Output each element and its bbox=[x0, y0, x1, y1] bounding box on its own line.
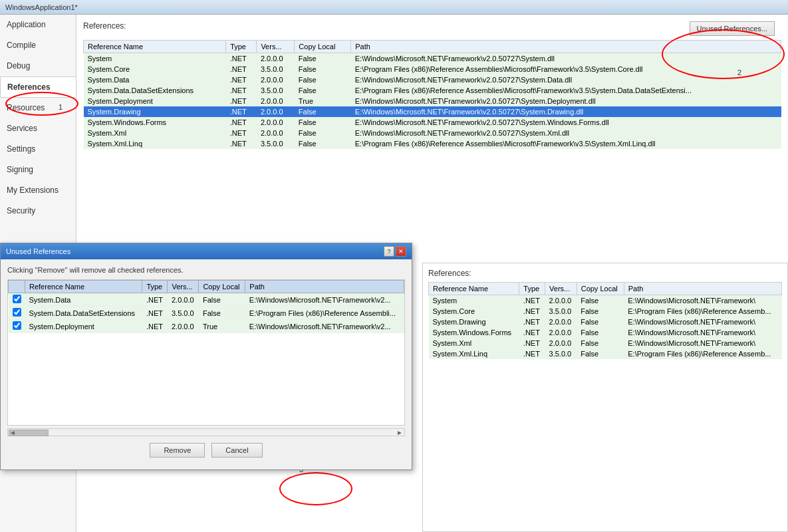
sidebar-item-compile[interactable]: Compile bbox=[0, 35, 76, 56]
table-row[interactable]: System.Windows.Forms .NET 2.0.0.0 False … bbox=[84, 117, 781, 128]
cell-copylocal: False bbox=[295, 128, 351, 138]
cell-type: .NET bbox=[519, 295, 545, 307]
cancel-button[interactable]: Cancel bbox=[211, 443, 262, 458]
cell-checkbox[interactable] bbox=[9, 307, 25, 320]
right-references-panel: References: Reference Name Type Vers... … bbox=[422, 263, 788, 532]
sidebar-item-debug[interactable]: Debug bbox=[0, 56, 76, 76]
cell-copylocal: True bbox=[295, 96, 351, 106]
cell-name: System.Drawing bbox=[429, 317, 519, 327]
dialog-scrollbar-h[interactable]: ◄ ► bbox=[7, 428, 405, 436]
unused-references-dialog: Unused References ? ✕ Clicking "Remove" … bbox=[0, 243, 412, 470]
table-row[interactable]: System.Deployment .NET 2.0.0.0 True E:\W… bbox=[84, 96, 781, 106]
cell-type: .NET bbox=[142, 293, 168, 307]
cell-path: E:\Program Files (x86)\Reference Assemb.… bbox=[624, 306, 781, 317]
table-row[interactable]: System.Data.DataSetExtensions .NET 3.5.0… bbox=[84, 85, 781, 96]
cell-name: System.Drawing bbox=[84, 106, 226, 117]
cell-version: 3.5.0.0 bbox=[257, 64, 295, 74]
table-row[interactable]: System.Xml.Linq .NET 3.5.0.0 False E:\Pr… bbox=[84, 138, 781, 149]
sidebar-item-application[interactable]: Application bbox=[0, 15, 76, 35]
right-table-header: Reference Name Type Vers... Copy Local P… bbox=[429, 283, 782, 295]
cell-version: 3.5.0.0 bbox=[257, 85, 295, 96]
table-row[interactable]: System.Drawing .NET 2.0.0.0 False E:\Win… bbox=[84, 106, 781, 117]
cell-copylocal: True bbox=[199, 320, 245, 333]
dialog-table-row[interactable]: System.Data .NET 2.0.0.0 False E:\Window… bbox=[9, 293, 404, 307]
cell-type: .NET bbox=[226, 53, 257, 65]
sidebar-item-services[interactable]: Services bbox=[0, 118, 76, 139]
cell-path: E:\Windows\Microsoft.NET\Framework\v2... bbox=[245, 320, 404, 333]
unused-references-button[interactable]: Unused References... bbox=[690, 21, 775, 36]
cell-path: E:\Windows\Microsoft.NET\Framework\ bbox=[624, 317, 781, 327]
sidebar-item-references[interactable]: References bbox=[0, 76, 76, 98]
right-table-row[interactable]: System.Core .NET 3.5.0.0 False E:\Progra… bbox=[429, 306, 782, 317]
cell-name: System.Data bbox=[84, 74, 226, 85]
right-references-label: References: bbox=[428, 269, 782, 278]
dialog-help-button[interactable]: ? bbox=[384, 246, 394, 257]
dialog-title: Unused References bbox=[6, 247, 70, 255]
sidebar-item-my-extensions[interactable]: My Extensions bbox=[0, 180, 76, 201]
cell-type: .NET bbox=[519, 348, 545, 359]
dialog-col-check bbox=[9, 281, 25, 293]
cell-version: 2.0.0.0 bbox=[257, 117, 295, 128]
dialog-col-copylocal: Copy Local bbox=[199, 281, 245, 293]
dialog-table: Reference Name Type Vers... Copy Local P… bbox=[8, 280, 404, 333]
sidebar-item-signing[interactable]: Signing bbox=[0, 160, 76, 180]
cell-path: E:\Program Files (x86)\Reference Assemb.… bbox=[624, 348, 781, 359]
right-table-row[interactable]: System.Xml .NET 2.0.0.0 False E:\Windows… bbox=[429, 338, 782, 348]
cell-type: .NET bbox=[226, 128, 257, 138]
right-table-row[interactable]: System.Xml.Linq .NET 3.5.0.0 False E:\Pr… bbox=[429, 348, 782, 359]
cell-type: .NET bbox=[519, 306, 545, 317]
cell-type: .NET bbox=[226, 117, 257, 128]
dialog-titlebar-buttons: ? ✕ bbox=[384, 246, 406, 257]
col-header-path: Path bbox=[351, 41, 781, 53]
title-bar: WindowsApplication1* bbox=[0, 0, 788, 15]
cell-path: E:\Windows\Microsoft.NET\Framework\v2.0.… bbox=[351, 117, 781, 128]
cell-copylocal: False bbox=[577, 295, 624, 307]
cell-name: System bbox=[84, 53, 226, 65]
cell-path: E:\Windows\Microsoft.NET\Framework\v2.0.… bbox=[351, 128, 781, 138]
col-header-version: Vers... bbox=[257, 41, 295, 53]
table-row[interactable]: System.Xml .NET 2.0.0.0 False E:\Windows… bbox=[84, 128, 781, 138]
cell-type: .NET bbox=[226, 85, 257, 96]
dialog-content: Clicking "Remove" will remove all checke… bbox=[1, 259, 412, 469]
title-text: WindowsApplication1* bbox=[5, 3, 78, 11]
cell-version: 2.0.0.0 bbox=[257, 74, 295, 85]
cell-path: E:\Windows\Microsoft.NET\Framework\ bbox=[624, 327, 781, 338]
cell-checkbox[interactable] bbox=[9, 293, 25, 307]
right-table-row[interactable]: System .NET 2.0.0.0 False E:\Windows\Mic… bbox=[429, 295, 782, 307]
dialog-info-text: Clicking "Remove" will remove all checke… bbox=[7, 266, 405, 274]
cell-name: System.Windows.Forms bbox=[429, 327, 519, 338]
cell-version: 2.0.0.0 bbox=[257, 96, 295, 106]
cell-checkbox[interactable] bbox=[9, 320, 25, 333]
sidebar-item-security[interactable]: Security bbox=[0, 201, 76, 221]
dialog-table-row[interactable]: System.Data.DataSetExtensions .NET 3.5.0… bbox=[9, 307, 404, 320]
right-col-version: Vers... bbox=[545, 283, 577, 295]
table-row[interactable]: System.Data .NET 2.0.0.0 False E:\Window… bbox=[84, 74, 781, 85]
table-header-row: Reference Name Type Vers... Copy Local P… bbox=[84, 41, 781, 53]
cell-copylocal: False bbox=[295, 117, 351, 128]
sidebar-item-resources[interactable]: Resources bbox=[0, 98, 76, 118]
sidebar-item-settings[interactable]: Settings bbox=[0, 139, 76, 160]
cell-name: System.Xml.Linq bbox=[84, 138, 226, 149]
table-row[interactable]: System .NET 2.0.0.0 False E:\Windows\Mic… bbox=[84, 53, 781, 65]
table-row[interactable]: System.Core .NET 3.5.0.0 False E:\Progra… bbox=[84, 64, 781, 74]
cell-type: .NET bbox=[519, 317, 545, 327]
cell-path: E:\Program Files (x86)\Reference Assembl… bbox=[351, 85, 781, 96]
cell-name: System.Core bbox=[429, 306, 519, 317]
cell-type: .NET bbox=[142, 307, 168, 320]
dialog-table-row[interactable]: System.Deployment .NET 2.0.0.0 True E:\W… bbox=[9, 320, 404, 333]
cell-name: System.Deployment bbox=[25, 320, 142, 333]
dialog-table-container[interactable]: Reference Name Type Vers... Copy Local P… bbox=[7, 279, 405, 426]
cell-name: System bbox=[429, 295, 519, 307]
cell-name: System.Xml bbox=[429, 338, 519, 348]
col-header-type: Type bbox=[226, 41, 257, 53]
cell-path: E:\Program Files (x86)\Reference Assembl… bbox=[245, 307, 404, 320]
right-table-row[interactable]: System.Drawing .NET 2.0.0.0 False E:\Win… bbox=[429, 317, 782, 327]
cell-version: 2.0.0.0 bbox=[545, 338, 577, 348]
remove-button[interactable]: Remove bbox=[150, 443, 205, 458]
dialog-close-button[interactable]: ✕ bbox=[396, 246, 406, 257]
cell-version: 3.5.0.0 bbox=[257, 138, 295, 149]
cell-copylocal: False bbox=[577, 327, 624, 338]
cell-copylocal: False bbox=[295, 85, 351, 96]
right-table-row[interactable]: System.Windows.Forms .NET 2.0.0.0 False … bbox=[429, 327, 782, 338]
cell-copylocal: False bbox=[295, 106, 351, 117]
